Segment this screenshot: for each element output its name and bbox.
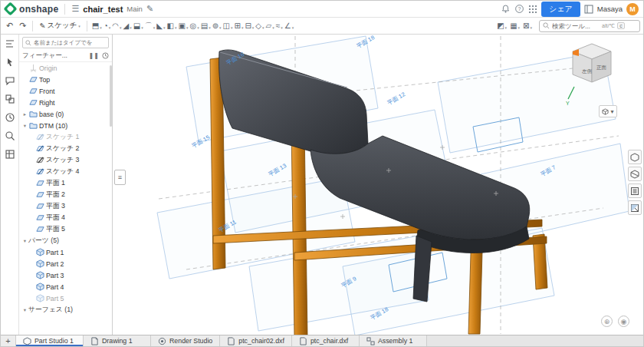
tree-section[interactable]: ▾パーツ (5) [19, 235, 112, 246]
feature-tree-item[interactable]: 平面 4 [19, 212, 112, 223]
zoom-fit-icon[interactable]: ⊕ [601, 316, 613, 327]
tool-transform-button[interactable]: ◇▾ [255, 21, 264, 31]
tree-section[interactable]: ▾サーフェス (1) [19, 304, 112, 316]
chevron-down-icon: ▾ [231, 25, 233, 30]
feature-tree-item[interactable]: スケッチ 1 [19, 131, 112, 143]
feature-filter-input[interactable] [34, 39, 104, 46]
view-cube[interactable]: 左側 正面 Y [565, 38, 619, 108]
appearance-icon[interactable] [628, 200, 642, 215]
view-help-icon[interactable]: ◉ [618, 316, 629, 327]
chevron-icon[interactable]: ▾ [21, 238, 28, 244]
tool-fillet-button[interactable]: ⌒▾ [144, 21, 156, 31]
tool-sweep-button[interactable]: ◠▾ [111, 21, 122, 31]
feature-tree-item[interactable]: スケッチ 3 [19, 154, 112, 166]
feature-tree-item[interactable]: 平面 2 [19, 189, 112, 200]
tool-linear-pattern-button[interactable]: ▤▾ [200, 21, 212, 31]
tool-chamfer-button[interactable]: ◣▾ [156, 21, 166, 31]
display-options-icon[interactable] [628, 150, 642, 164]
tab-render-studio[interactable]: Render Studio [151, 335, 220, 346]
feature-tree-item[interactable]: スケッチ 4 [19, 166, 112, 177]
feature-tree-item[interactable]: Part 5 [19, 292, 112, 304]
feature-tree-item[interactable]: 平面 3 [19, 200, 112, 212]
share-button[interactable]: シェア [541, 2, 580, 17]
feature-tree-item[interactable]: Part 3 [19, 269, 112, 281]
undo-button[interactable]: ↶ [4, 20, 15, 31]
tool-thicken-button[interactable]: ⬓▾ [133, 21, 144, 31]
tool-measure-button[interactable]: ∠▾ [284, 21, 294, 31]
tool-revolve-button[interactable]: ◔▾ [103, 21, 112, 31]
properties-icon[interactable] [3, 148, 17, 160]
add-tab-button[interactable]: + [1, 335, 16, 346]
plane-label[interactable]: 平面 12 [386, 91, 407, 107]
user-name[interactable]: Masaya [597, 5, 623, 13]
tool-draft-button[interactable]: ◧▾ [166, 21, 178, 31]
tool-helix-button[interactable]: ≈▾ [275, 21, 284, 31]
history-clock-icon[interactable] [102, 52, 109, 61]
3d-scene[interactable]: 平面 16平面 18平面 15平面 13平面 12平面 11平面 9平面 18平… [113, 35, 643, 335]
chair-leg-front-left[interactable] [291, 127, 307, 335]
tree-scrollbar[interactable] [110, 65, 112, 127]
tab-assembly-1[interactable]: Assembly 1 [360, 335, 427, 346]
tool-loft-button[interactable]: ◢▾ [123, 21, 133, 31]
feature-tree-item[interactable]: Part 1 [19, 246, 112, 258]
feature-tree-item[interactable]: Front [19, 85, 112, 97]
versions-icon[interactable] [3, 93, 17, 105]
chevron-icon[interactable]: ▸ [21, 111, 28, 117]
comment-icon[interactable] [3, 74, 17, 87]
rename-pencil-icon[interactable]: ✎ [146, 5, 153, 13]
apps-grid-icon[interactable] [528, 5, 537, 14]
tool-mirror-button[interactable]: ◫▾ [222, 21, 234, 31]
feature-list-icon[interactable] [3, 38, 17, 50]
chevron-icon[interactable]: ▾ [21, 123, 28, 129]
search-tools-input[interactable] [552, 22, 600, 30]
pause-rollback-icon[interactable]: ❚❚ [89, 52, 99, 61]
feature-tree-item[interactable]: Right [19, 97, 112, 108]
tool-split-button[interactable]: ⊟▾ [244, 21, 255, 31]
tool-shell-button[interactable]: ▣▾ [177, 21, 189, 31]
branch-name[interactable]: Main [127, 5, 143, 13]
feature-tree-item[interactable]: Top [19, 74, 112, 85]
tab-part-studio-1[interactable]: Part Studio 1 [16, 335, 84, 346]
view-cube-left-label[interactable]: 左側 [582, 68, 593, 74]
tool-sheet-metal-button[interactable]: ◩▾ [496, 21, 508, 31]
feature-tree-item[interactable]: Part 2 [19, 258, 112, 269]
onshape-logo-icon[interactable] [3, 2, 17, 15]
tab-drawing-1[interactable]: Drawing 1 [84, 335, 151, 346]
feature-tree-item[interactable]: Origin [19, 62, 112, 74]
view-cube-front-label[interactable]: 正面 [596, 64, 607, 70]
feature-tree-item[interactable]: ▸base (0) [19, 108, 112, 120]
feature-tree-item[interactable]: スケッチ 2 [19, 143, 112, 154]
document-menu-icon[interactable]: ☰ [71, 5, 79, 13]
tool-circular-pattern-button[interactable]: ⊚▾ [212, 21, 222, 31]
tool-extrude-button[interactable]: ⬒▾ [91, 21, 103, 31]
document-title[interactable]: chair_test [83, 5, 123, 14]
feature-tree-item[interactable]: Part 4 [19, 281, 112, 292]
tool-boolean-button[interactable]: ⊞▾ [234, 21, 245, 31]
3d-viewport[interactable]: 平面 16平面 18平面 15平面 13平面 12平面 11平面 9平面 18平… [113, 35, 643, 335]
sketch-button[interactable]: ✎ スケッチ ▾ [37, 20, 82, 31]
view-options-button[interactable]: ▾ [599, 105, 617, 117]
user-avatar[interactable]: M [626, 3, 639, 15]
part-icon [35, 271, 44, 279]
help-icon[interactable]: ? [514, 4, 524, 14]
search-icon[interactable] [3, 130, 17, 142]
history-icon[interactable] [3, 111, 17, 124]
chevron-down-icon: ▾ [505, 25, 508, 30]
tool-analysis-button[interactable]: ⊠▾ [522, 21, 533, 31]
feature-tree-item[interactable]: 平面 5 [19, 223, 112, 235]
tool-hole-button[interactable]: ◎▾ [189, 21, 199, 31]
tab-ptc-chair-dxf[interactable]: ptc_chair.dxf [292, 335, 360, 346]
tree-collapse-toggle[interactable]: ≡ [114, 170, 126, 185]
tab-ptc-chair02-dxf[interactable]: ptc_chair02.dxf [220, 335, 292, 346]
section-view-icon[interactable] [628, 167, 642, 181]
notifications-bell-icon[interactable] [501, 4, 511, 14]
chevron-icon[interactable]: ▾ [21, 307, 28, 313]
parts-list-icon[interactable] [628, 183, 642, 198]
redo-button[interactable]: ↷ [17, 20, 28, 31]
panel-layout-icon[interactable] [584, 5, 593, 14]
select-icon[interactable] [3, 56, 17, 68]
tool-plane-button[interactable]: ▱▾ [265, 21, 275, 31]
feature-tree-item[interactable]: 平面 1 [19, 177, 112, 189]
tool-frame-button[interactable]: ▦▾ [509, 21, 521, 31]
feature-tree-item[interactable]: ▾DTM (10) [19, 120, 112, 131]
